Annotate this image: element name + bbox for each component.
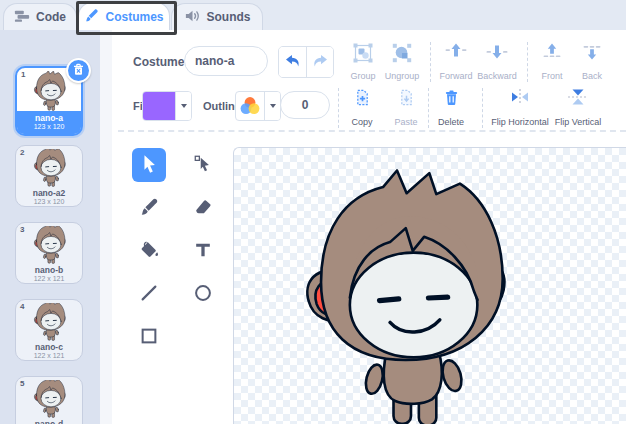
costume-number: 5	[20, 379, 24, 388]
undo-button[interactable]	[279, 47, 306, 77]
paste-icon	[399, 89, 414, 108]
layer-back-icon	[581, 43, 603, 60]
toolbar-divider	[430, 42, 431, 82]
outline-dropdown[interactable]	[264, 92, 280, 120]
costume-size: 122 x 121	[16, 275, 82, 283]
circle-tool[interactable]	[186, 277, 220, 311]
eraser-icon	[193, 197, 213, 220]
nano-character	[299, 167, 509, 424]
trash-icon	[444, 89, 459, 108]
costume-number: 1	[21, 70, 25, 79]
group-icon	[353, 43, 373, 65]
costume-number: 4	[20, 302, 24, 311]
scratch-costume-editor: Code Costumes Sounds 1	[0, 0, 626, 424]
fill-dropdown[interactable]	[175, 92, 191, 120]
text-icon	[193, 240, 213, 263]
line-tool[interactable]	[132, 277, 166, 311]
sidebar-gutter	[100, 30, 112, 424]
fill-color	[143, 92, 175, 120]
ungroup-icon	[392, 43, 412, 65]
brush-icon	[139, 197, 159, 220]
paste-button: Paste	[386, 89, 426, 127]
cursor-arrow-icon	[139, 154, 159, 177]
text-tool[interactable]	[186, 234, 220, 268]
nano-character	[33, 380, 66, 418]
costume-name: nano-a	[17, 113, 81, 123]
caret-down-icon	[270, 104, 276, 108]
rectangle-tool[interactable]	[132, 320, 166, 354]
costume-card[interactable]: 2 nano-a2 123 x 120	[15, 145, 83, 207]
flip-horizontal-icon	[510, 89, 530, 107]
costume-card[interactable]: 5 nano-d 122 x 121	[15, 376, 83, 424]
reshape-tool[interactable]	[186, 148, 220, 182]
costume-field-label: Costume	[133, 55, 184, 69]
tab-costumes-label: Costumes	[105, 10, 163, 24]
line-icon	[139, 283, 159, 306]
nano-character	[33, 71, 66, 111]
ungroup-button: Ungroup	[378, 43, 426, 81]
tab-code[interactable]: Code	[3, 3, 77, 30]
fill-tool[interactable]	[132, 234, 166, 268]
copy-button[interactable]: Copy	[341, 89, 383, 127]
costume-name: nano-d	[16, 419, 82, 424]
delete-costume-button[interactable]	[66, 58, 91, 83]
circle-icon	[193, 283, 213, 306]
toolbar-divider	[428, 88, 429, 128]
toolbar-divider	[338, 88, 339, 128]
tab-sounds[interactable]: Sounds	[171, 3, 263, 30]
backward-button: Backward	[472, 43, 522, 81]
costume-size: 123 x 120	[17, 123, 81, 131]
layer-forward-icon	[445, 43, 467, 59]
costume-size: 123 x 120	[16, 198, 82, 206]
costume-name: nano-c	[16, 342, 82, 352]
toolbar-divider	[482, 88, 483, 128]
rectangle-icon	[139, 326, 159, 349]
costume-thumbnail	[16, 226, 82, 264]
paint-canvas[interactable]	[233, 147, 626, 424]
back-button: Back	[572, 43, 612, 81]
toolbar-separator	[118, 130, 626, 132]
costume-number: 2	[20, 148, 24, 157]
paintbrush-icon	[84, 8, 99, 26]
tab-sounds-label: Sounds	[207, 10, 251, 24]
mixed-colors-icon	[236, 92, 264, 120]
tab-bar: Code Costumes Sounds	[0, 0, 626, 30]
costume-name: nano-a2	[16, 188, 82, 198]
copy-icon	[355, 89, 370, 108]
caret-down-icon	[181, 104, 187, 108]
select-tool[interactable]	[132, 148, 166, 182]
costume-thumbnail	[16, 380, 82, 418]
costume-card[interactable]: 3 nano-b 122 x 121	[15, 222, 83, 284]
code-blocks-icon	[14, 9, 30, 26]
toolbar-divider	[527, 42, 528, 82]
costume-card[interactable]: 1 nano-a 123 x 120	[15, 66, 83, 136]
paint-bucket-icon	[139, 240, 159, 263]
nano-character	[33, 226, 66, 264]
costume-thumbnail	[16, 149, 82, 187]
eraser-tool[interactable]	[186, 191, 220, 225]
tab-code-label: Code	[36, 10, 66, 24]
outline-width-input[interactable]	[280, 91, 330, 119]
nano-character	[33, 303, 66, 341]
tab-costumes[interactable]: Costumes	[78, 2, 170, 30]
costume-list: 1 nano-a 123 x 120	[0, 30, 100, 424]
layer-front-icon	[541, 43, 563, 60]
outline-color-swatch[interactable]	[235, 91, 281, 121]
flip-vertical-button[interactable]: Flip Vertical	[549, 89, 607, 127]
nano-character	[33, 149, 66, 187]
costume-card[interactable]: 4 nano-c 122 x 121	[15, 299, 83, 361]
undo-redo-group	[278, 46, 334, 78]
front-button: Front	[532, 43, 572, 81]
costume-size: 122 x 121	[16, 352, 82, 360]
flip-horizontal-button[interactable]: Flip Horizontal	[487, 89, 553, 127]
redo-button	[306, 47, 333, 77]
undo-icon	[284, 54, 302, 71]
trash-icon	[73, 62, 84, 80]
speaker-icon	[184, 9, 201, 26]
costume-name: nano-b	[16, 265, 82, 275]
flip-vertical-icon	[568, 89, 588, 107]
brush-tool[interactable]	[132, 191, 166, 225]
costume-name-input[interactable]	[184, 46, 268, 76]
delete-button[interactable]: Delete	[431, 89, 471, 127]
fill-color-swatch[interactable]	[142, 91, 192, 121]
